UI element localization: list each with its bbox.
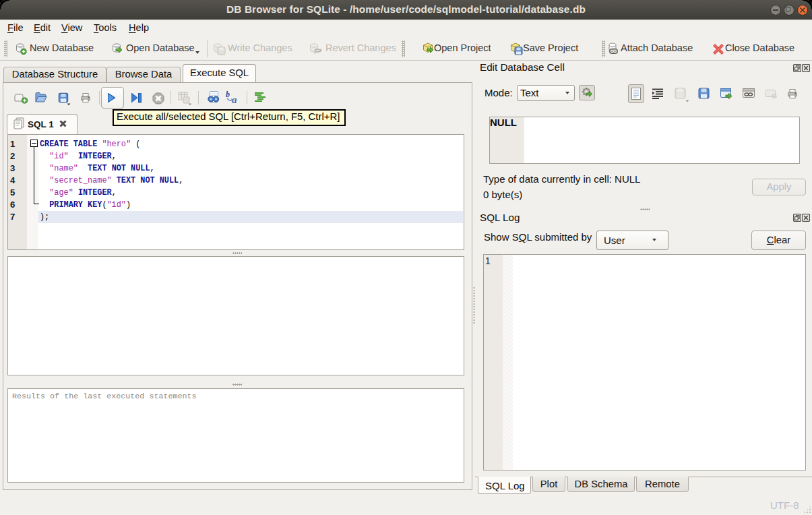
svg-text:a: a (232, 94, 237, 104)
svg-text:b: b (226, 90, 230, 99)
